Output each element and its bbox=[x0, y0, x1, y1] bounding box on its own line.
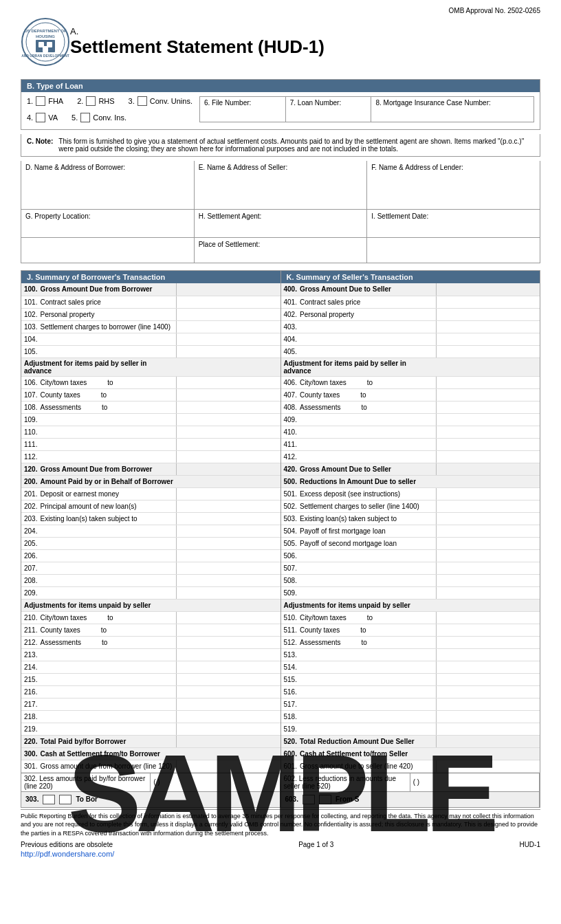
table-row-value[interactable] bbox=[177, 648, 280, 661]
table-row: 405. bbox=[281, 345, 437, 358]
checkbox-line603-1[interactable] bbox=[302, 795, 315, 804]
table-row: 410. bbox=[281, 426, 437, 438]
table-row-value-empty bbox=[436, 599, 540, 611]
hud-logo: US DEPARTMENT OF HOUSING AND URBAN DEVEL… bbox=[21, 17, 70, 67]
table-row-value[interactable] bbox=[177, 673, 280, 685]
table-row-value[interactable] bbox=[436, 296, 540, 308]
checkbox-line303-1[interactable] bbox=[43, 795, 55, 804]
table-row-value[interactable] bbox=[177, 636, 280, 648]
checkbox-conv-unins[interactable] bbox=[138, 96, 147, 106]
table-row-value[interactable] bbox=[177, 333, 280, 345]
table-row-value[interactable] bbox=[436, 388, 540, 401]
table-row-value[interactable] bbox=[436, 450, 540, 463]
table-row-value[interactable] bbox=[436, 611, 540, 624]
table-row-value[interactable] bbox=[436, 586, 540, 599]
wondershare-link[interactable]: http://pdf.wondershare.com/ bbox=[21, 850, 114, 858]
table-row-value[interactable] bbox=[177, 388, 280, 401]
table-row-value[interactable] bbox=[177, 685, 280, 698]
table-row-value[interactable] bbox=[177, 463, 280, 475]
table-row-value[interactable] bbox=[436, 760, 540, 772]
settlement-date-cell[interactable]: I. Settlement Date: bbox=[367, 210, 540, 237]
settlement-date-value[interactable] bbox=[367, 238, 540, 263]
table-row-value[interactable] bbox=[177, 611, 280, 624]
table-row-value[interactable] bbox=[177, 283, 280, 296]
table-row-value[interactable] bbox=[436, 512, 540, 525]
loan-number-field[interactable]: 7. Loan Number: bbox=[286, 97, 372, 122]
table-row-value[interactable] bbox=[436, 537, 540, 549]
table-row-value[interactable] bbox=[436, 401, 540, 413]
table-row-value[interactable] bbox=[436, 562, 540, 574]
table-row-value[interactable] bbox=[177, 345, 280, 358]
table-row-value[interactable] bbox=[177, 586, 280, 599]
place-of-settlement-cell[interactable]: Place of Settlement: bbox=[195, 238, 368, 263]
table-row-value[interactable] bbox=[177, 698, 280, 710]
table-row-value[interactable] bbox=[177, 450, 280, 463]
table-row-value[interactable] bbox=[436, 574, 540, 586]
table-row-value[interactable] bbox=[177, 710, 280, 723]
table-row-value[interactable] bbox=[436, 673, 540, 685]
table-row-value[interactable] bbox=[436, 426, 540, 438]
table-row-value[interactable] bbox=[436, 463, 540, 475]
table-row-value[interactable] bbox=[177, 376, 280, 388]
borrower-address-label: D. Name & Address of Borrower: bbox=[25, 164, 190, 171]
loan-num-5: 5. bbox=[72, 113, 78, 122]
table-row-value[interactable] bbox=[436, 438, 540, 450]
table-row-value[interactable] bbox=[436, 320, 540, 333]
table-row-value[interactable] bbox=[177, 624, 280, 636]
borrower-address-cell[interactable]: D. Name & Address of Borrower: bbox=[21, 161, 195, 209]
table-row-value[interactable] bbox=[177, 512, 280, 525]
table-row-value[interactable] bbox=[177, 723, 280, 735]
table-row: 102.Personal property bbox=[21, 308, 177, 320]
table-row-value[interactable] bbox=[177, 500, 280, 512]
checkbox-rhs[interactable] bbox=[86, 96, 96, 106]
table-row-value[interactable] bbox=[436, 710, 540, 723]
table-row-value[interactable] bbox=[436, 648, 540, 661]
table-row-value[interactable] bbox=[177, 487, 280, 500]
property-location-extra[interactable] bbox=[21, 238, 195, 263]
table-row-value[interactable] bbox=[436, 685, 540, 698]
settlement-agent-cell[interactable]: H. Settlement Agent: bbox=[195, 210, 368, 237]
table-row-value[interactable] bbox=[177, 735, 280, 747]
table-row-value[interactable] bbox=[177, 574, 280, 586]
table-row-value[interactable] bbox=[436, 549, 540, 562]
table-row-value[interactable] bbox=[436, 487, 540, 500]
table-row-value[interactable] bbox=[177, 413, 280, 426]
table-row-value[interactable] bbox=[436, 333, 540, 345]
table-row-value[interactable] bbox=[436, 500, 540, 512]
table-row-value[interactable] bbox=[436, 698, 540, 710]
property-location-cell[interactable]: G. Property Location: bbox=[21, 210, 195, 237]
table-row-value[interactable] bbox=[436, 283, 540, 296]
file-number-field[interactable]: 6. File Number: bbox=[200, 97, 286, 122]
table-row-value[interactable] bbox=[177, 438, 280, 450]
table-row-value[interactable] bbox=[177, 320, 280, 333]
omb-label: OMB Approval No. 2502-0265 bbox=[21, 7, 540, 14]
table-row-value[interactable] bbox=[177, 562, 280, 574]
table-row-value[interactable] bbox=[436, 525, 540, 537]
table-row-value[interactable] bbox=[436, 376, 540, 388]
table-row-value[interactable] bbox=[436, 413, 540, 426]
table-row-value[interactable] bbox=[177, 760, 280, 772]
table-row-value[interactable] bbox=[177, 537, 280, 549]
table-row-value[interactable] bbox=[177, 308, 280, 320]
checkbox-conv-ins[interactable] bbox=[80, 113, 90, 122]
table-row-value[interactable] bbox=[177, 426, 280, 438]
table-row-value[interactable] bbox=[177, 401, 280, 413]
table-row-value[interactable] bbox=[177, 549, 280, 562]
checkbox-line303-2[interactable] bbox=[59, 795, 72, 804]
lender-address-cell[interactable]: F. Name & Address of Lender: bbox=[367, 161, 540, 209]
table-row-value[interactable] bbox=[436, 636, 540, 648]
table-row-value[interactable] bbox=[436, 661, 540, 673]
mortgage-insurance-field[interactable]: 8. Mortgage Insurance Case Number: bbox=[371, 97, 534, 122]
checkbox-fha[interactable] bbox=[36, 96, 45, 106]
table-row-value[interactable] bbox=[436, 345, 540, 358]
table-row-value[interactable] bbox=[177, 296, 280, 308]
seller-address-cell[interactable]: E. Name & Address of Seller: bbox=[195, 161, 368, 209]
checkbox-line603-2[interactable] bbox=[319, 795, 331, 804]
table-row-value[interactable] bbox=[177, 525, 280, 537]
table-row-value[interactable] bbox=[436, 624, 540, 636]
checkbox-va[interactable] bbox=[36, 113, 45, 122]
table-row-value[interactable] bbox=[177, 661, 280, 673]
table-row-value[interactable] bbox=[436, 735, 540, 747]
table-row-value[interactable] bbox=[436, 723, 540, 735]
table-row-value[interactable] bbox=[436, 308, 540, 320]
